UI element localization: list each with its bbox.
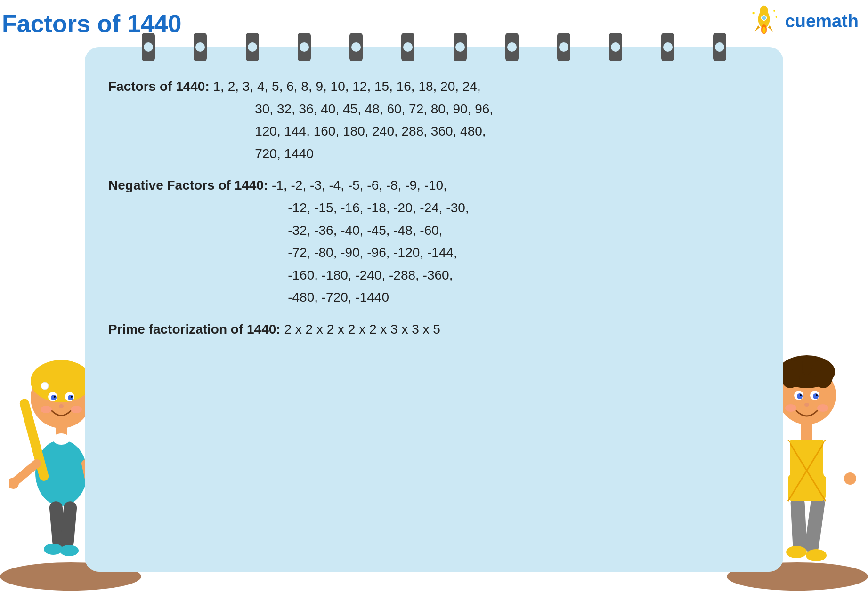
svg-point-31 — [53, 433, 70, 445]
negative-label: Negative Factors of 1440: — [108, 178, 268, 192]
svg-point-18 — [54, 396, 56, 398]
svg-marker-3 — [754, 25, 760, 32]
negative-factors-line: Negative Factors of 1440: -1, -2, -3, -4… — [108, 174, 760, 309]
notebook: Factors of 1440: 1, 2, 3, 4, 5, 6, 8, 9,… — [85, 47, 783, 572]
svg-point-16 — [51, 395, 57, 400]
spiral-3 — [245, 33, 260, 61]
notebook-content: Factors of 1440: 1, 2, 3, 4, 5, 6, 8, 9,… — [108, 75, 760, 341]
prime-label: Prime factorization of 1440: — [108, 322, 281, 336]
svg-point-17 — [68, 395, 73, 400]
svg-marker-4 — [768, 25, 773, 32]
prime-values: 2 x 2 x 2 x 2 x 2 x 3 x 3 x 5 — [284, 322, 440, 336]
svg-point-29 — [44, 544, 63, 555]
logo-text: cuemath — [785, 11, 859, 32]
svg-rect-33 — [790, 496, 807, 553]
svg-point-57 — [817, 404, 828, 412]
svg-rect-59 — [801, 424, 812, 440]
svg-point-22 — [59, 404, 64, 408]
negative-values: -1, -2, -3, -4, -5, -6, -8, -9, -10, -12… — [108, 178, 469, 304]
svg-point-9 — [775, 16, 777, 18]
svg-point-19 — [71, 396, 73, 398]
spiral-8 — [504, 33, 519, 61]
spiral-6 — [400, 33, 415, 61]
svg-rect-28 — [60, 501, 78, 549]
svg-point-58 — [804, 403, 809, 407]
svg-point-54 — [800, 394, 802, 396]
svg-point-2 — [761, 16, 766, 21]
spiral-bindings — [85, 33, 783, 61]
svg-point-55 — [816, 394, 818, 396]
svg-point-56 — [785, 404, 796, 412]
svg-point-35 — [786, 546, 807, 558]
svg-point-52 — [797, 393, 803, 399]
spiral-10 — [608, 33, 623, 61]
spiral-11 — [660, 33, 675, 61]
svg-point-7 — [752, 12, 754, 14]
svg-point-30 — [60, 545, 79, 556]
spiral-9 — [556, 33, 571, 61]
svg-point-21 — [71, 406, 82, 413]
svg-point-8 — [773, 10, 775, 12]
prime-factorization-line: Prime factorization of 1440: 2 x 2 x 2 x… — [108, 318, 760, 341]
svg-rect-34 — [804, 496, 826, 553]
svg-point-48 — [802, 356, 811, 375]
factors-label: Factors of 1440: — [108, 79, 210, 94]
spiral-7 — [453, 33, 468, 61]
svg-point-12 — [31, 360, 92, 402]
factors-line: Factors of 1440: 1, 2, 3, 4, 5, 6, 8, 9,… — [108, 75, 760, 165]
svg-point-53 — [813, 393, 819, 399]
svg-line-25 — [14, 464, 37, 482]
svg-point-20 — [41, 406, 52, 413]
svg-point-36 — [806, 549, 827, 561]
svg-point-63 — [844, 472, 856, 485]
spiral-1 — [141, 33, 156, 61]
spiral-4 — [297, 33, 312, 61]
svg-point-23 — [41, 382, 49, 390]
spiral-5 — [349, 33, 364, 61]
spiral-2 — [193, 33, 208, 61]
spiral-12 — [712, 33, 727, 61]
